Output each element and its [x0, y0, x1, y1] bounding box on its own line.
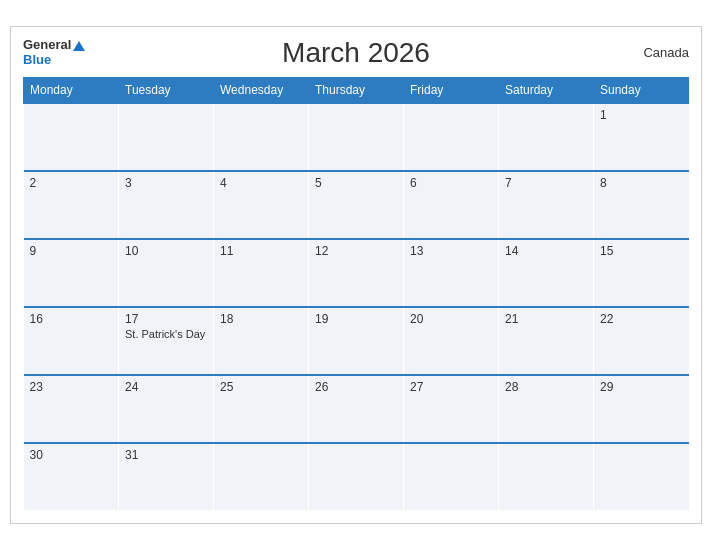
- day-number: 14: [505, 244, 587, 258]
- calendar-header: General Blue March 2026 Canada: [23, 37, 689, 69]
- calendar-cell: 26: [309, 375, 404, 443]
- weekday-header-saturday: Saturday: [499, 77, 594, 103]
- calendar-cell: 1: [594, 103, 689, 171]
- calendar-cell: 22: [594, 307, 689, 375]
- day-number: 29: [600, 380, 683, 394]
- day-number: 24: [125, 380, 207, 394]
- day-number: 15: [600, 244, 683, 258]
- weekday-header-row: MondayTuesdayWednesdayThursdayFridaySatu…: [24, 77, 689, 103]
- weekday-header-friday: Friday: [404, 77, 499, 103]
- week-row-2: 9101112131415: [24, 239, 689, 307]
- calendar-cell: [404, 103, 499, 171]
- calendar-cell: 3: [119, 171, 214, 239]
- calendar-cell: 12: [309, 239, 404, 307]
- calendar-cell: 5: [309, 171, 404, 239]
- day-number: 1: [600, 108, 683, 122]
- calendar-cell: 21: [499, 307, 594, 375]
- day-number: 13: [410, 244, 492, 258]
- day-number: 25: [220, 380, 302, 394]
- logo-general-text: General: [23, 38, 71, 52]
- day-number: 21: [505, 312, 587, 326]
- weekday-header-monday: Monday: [24, 77, 119, 103]
- week-row-5: 3031: [24, 443, 689, 511]
- calendar-cell: [404, 443, 499, 511]
- day-number: 31: [125, 448, 207, 462]
- calendar-cell: 9: [24, 239, 119, 307]
- day-number: 22: [600, 312, 683, 326]
- calendar-cell: [499, 103, 594, 171]
- calendar-cell: 13: [404, 239, 499, 307]
- day-number: 10: [125, 244, 207, 258]
- weekday-header-thursday: Thursday: [309, 77, 404, 103]
- week-row-4: 23242526272829: [24, 375, 689, 443]
- day-number: 3: [125, 176, 207, 190]
- calendar-grid: MondayTuesdayWednesdayThursdayFridaySatu…: [23, 77, 689, 512]
- logo: General Blue: [23, 38, 85, 67]
- calendar-cell: 10: [119, 239, 214, 307]
- calendar-cell: [24, 103, 119, 171]
- calendar-cell: 4: [214, 171, 309, 239]
- calendar-cell: 27: [404, 375, 499, 443]
- day-number: 9: [30, 244, 113, 258]
- day-number: 12: [315, 244, 397, 258]
- day-number: 16: [30, 312, 113, 326]
- weekday-header-tuesday: Tuesday: [119, 77, 214, 103]
- week-row-1: 2345678: [24, 171, 689, 239]
- calendar-cell: 28: [499, 375, 594, 443]
- weekday-header-sunday: Sunday: [594, 77, 689, 103]
- calendar-cell: 24: [119, 375, 214, 443]
- calendar-title: March 2026: [282, 37, 430, 69]
- day-number: 5: [315, 176, 397, 190]
- calendar-cell: 17St. Patrick's Day: [119, 307, 214, 375]
- day-number: 11: [220, 244, 302, 258]
- calendar-cell: 7: [499, 171, 594, 239]
- event-label: St. Patrick's Day: [125, 328, 207, 340]
- calendar-cell: [499, 443, 594, 511]
- calendar-cell: 6: [404, 171, 499, 239]
- day-number: 7: [505, 176, 587, 190]
- calendar-cell: 25: [214, 375, 309, 443]
- calendar-cell: [594, 443, 689, 511]
- weekday-header-wednesday: Wednesday: [214, 77, 309, 103]
- day-number: 19: [315, 312, 397, 326]
- day-number: 4: [220, 176, 302, 190]
- calendar-cell: 14: [499, 239, 594, 307]
- logo-blue-text: Blue: [23, 53, 51, 67]
- day-number: 28: [505, 380, 587, 394]
- calendar-cell: 15: [594, 239, 689, 307]
- calendar-cell: 2: [24, 171, 119, 239]
- week-row-0: 1: [24, 103, 689, 171]
- calendar-cell: 23: [24, 375, 119, 443]
- calendar-cell: 31: [119, 443, 214, 511]
- calendar-cell: 30: [24, 443, 119, 511]
- day-number: 26: [315, 380, 397, 394]
- calendar-cell: 11: [214, 239, 309, 307]
- week-row-3: 1617St. Patrick's Day1819202122: [24, 307, 689, 375]
- calendar-cell: 18: [214, 307, 309, 375]
- calendar-cell: 20: [404, 307, 499, 375]
- calendar-cell: [214, 443, 309, 511]
- country-label: Canada: [643, 45, 689, 60]
- day-number: 27: [410, 380, 492, 394]
- calendar-cell: 29: [594, 375, 689, 443]
- day-number: 6: [410, 176, 492, 190]
- day-number: 2: [30, 176, 113, 190]
- calendar-cell: 19: [309, 307, 404, 375]
- calendar-cell: [309, 443, 404, 511]
- day-number: 30: [30, 448, 113, 462]
- day-number: 20: [410, 312, 492, 326]
- calendar-cell: [119, 103, 214, 171]
- calendar-cell: [309, 103, 404, 171]
- logo-triangle-icon: [73, 41, 85, 51]
- calendar-cell: 16: [24, 307, 119, 375]
- day-number: 23: [30, 380, 113, 394]
- calendar-cell: [214, 103, 309, 171]
- calendar-cell: 8: [594, 171, 689, 239]
- day-number: 8: [600, 176, 683, 190]
- day-number: 17: [125, 312, 207, 326]
- day-number: 18: [220, 312, 302, 326]
- calendar-container: General Blue March 2026 Canada MondayTue…: [10, 26, 702, 525]
